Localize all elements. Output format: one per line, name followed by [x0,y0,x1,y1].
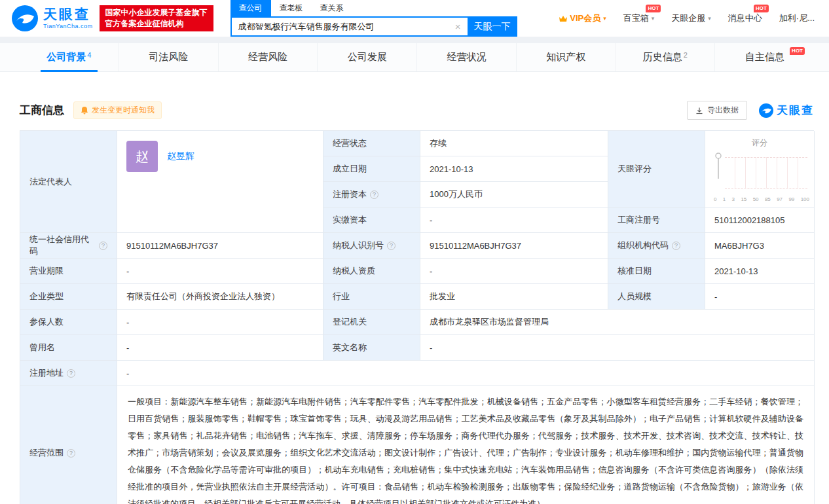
label-text: 注册资本 [333,189,367,200]
tab-label: 自主信息 [745,51,784,63]
tab-intellectual-property[interactable]: 知识产权 [516,43,616,71]
help-icon[interactable]: ? [387,242,396,250]
help-icon[interactable]: ? [67,369,75,378]
value-registered-capital: 1000万人民币 [420,182,608,207]
label-legal-representative: 法定代表人 [20,131,117,233]
tick-label: 1 [723,196,726,202]
value-text: 存续 [430,137,447,149]
tab-label: 经营风险 [248,51,287,63]
label-text: 经营范围 [29,447,64,459]
search-area: 查公司 查老板 查关系 × 天眼一下 [230,0,517,37]
legal-rep-avatar[interactable]: 赵 [126,141,158,172]
value-text: 1000万人民币 [430,189,483,200]
nav-enterprise-service[interactable]: 天眼企服 ▾ [671,12,711,24]
label-text: 核准日期 [617,265,652,277]
label-text: 工商注册号 [617,214,660,226]
bell-icon [81,106,88,115]
value-org-code: MA6BJH7G3 [705,233,815,259]
value-text: 批发业 [430,291,455,302]
value-taxpayer-quality: - [420,259,608,284]
label-text: 营业期限 [29,265,64,277]
search-tab-boss[interactable]: 查老板 [271,0,312,16]
tianyancha-logo-icon [759,103,773,118]
tab-judicial-risk[interactable]: 司法风险 [119,43,218,71]
logo-title: 天眼查 [43,7,93,21]
label-taxpayer-quality: 纳税人资质 [323,259,420,284]
nav-vip[interactable]: VIP会员 ▾ [559,12,606,24]
page-title: 工商信息 [20,103,64,118]
value-business-term: - [117,259,323,284]
value-text: - [430,266,432,276]
value-text: - [126,317,129,327]
value-approval-date: 2021-10-13 [705,259,815,284]
search-input[interactable] [232,22,449,31]
label-text: 成立日期 [333,163,367,175]
tick-label: 97 [777,196,783,202]
tab-company-background[interactable]: 公司背景4 [20,43,119,71]
tab-label: 司法风险 [149,51,188,63]
watermark-text: 天眼查 [777,103,814,118]
label-english-name: 英文名称 [323,335,420,361]
header-divider [0,37,829,43]
label-business-term: 营业期限 [20,259,117,284]
value-text: - [126,266,129,276]
export-data-button[interactable]: 导出数据 [687,101,747,120]
tick-label: 15 [741,196,746,202]
tick-label: 3 [732,196,735,202]
legal-rep-name-link[interactable]: 赵昱辉 [167,151,194,162]
legal-representative-cell: 赵 赵昱辉 [117,131,323,233]
search-tab-company[interactable]: 查公司 [230,0,271,16]
tab-operating-status[interactable]: 经营状况 [416,43,516,71]
label-text: 天眼评分 [617,163,652,175]
watermark-logo: 天眼查 [759,103,814,118]
value-text: 一般项目：新能源汽车整车销售；新能源汽车电附件销售；汽车零配件零售；汽车零配件批… [128,397,803,504]
nav-toolbox[interactable]: 百宝箱 ▾ HOT [623,12,655,24]
help-icon[interactable]: ? [370,190,378,199]
value-english-name: - [420,335,815,361]
tab-self-info[interactable]: 自主信息 HOT [714,43,814,71]
tianyan-score-chart[interactable]: 评分 0 1 3 15 50 85 97 99 100 [705,131,815,207]
tab-history-info[interactable]: 历史信息2 [616,43,715,71]
search-input-wrap: × [230,16,468,37]
value-company-type: 有限责任公司（外商投资企业法人独资） [117,284,323,310]
business-info-table: 法定代表人 赵 赵昱辉 经营状态 存续 成立日期 2021-10-13 注册资本… [20,130,814,504]
label-approval-date: 核准日期 [608,259,705,284]
value-text: - [126,343,129,353]
tianyancha-logo-icon [12,5,38,31]
help-icon[interactable]: ? [67,449,75,458]
site-logo[interactable]: 天眼查 TianYanCha.com [12,5,93,31]
tick-label: 0 [714,196,716,202]
value-text: 91510112MA6BJH7G37 [126,241,218,251]
value-operating-status: 存续 [420,131,608,156]
tab-label: 公司发展 [348,51,387,63]
label-operating-status: 经营状态 [323,131,420,156]
search-tab-relation[interactable]: 查关系 [312,0,352,16]
label-registry-authority: 登记机关 [323,310,420,335]
tab-label: 公司背景 [46,51,86,63]
label-text: 纳税人识别号 [333,240,384,251]
value-staff-size: - [705,284,815,310]
help-icon[interactable]: ? [672,242,680,250]
notify-change-button[interactable]: 发生变更时通知我 [73,101,162,119]
clear-search-icon[interactable]: × [449,21,468,32]
label-registration-number: 工商注册号 [608,207,705,233]
username-label: 加利·尼... [779,12,815,24]
export-label: 导出数据 [707,105,739,116]
value-registration-number: 510112002188105 [705,207,815,233]
search-button[interactable]: 天眼一下 [468,16,517,37]
value-text: 有限责任公司（外商投资企业法人独资） [126,291,280,302]
value-taxpayer-id: 91510112MA6BJH7G37 [420,233,608,259]
search-box: × 天眼一下 [230,16,517,37]
label-business-scope: 经营范围? [20,386,117,504]
label-text: 纳税人资质 [333,265,375,277]
value-text: 91510112MA6BJH7G37 [430,241,521,251]
tab-operating-risk[interactable]: 经营风险 [218,43,318,71]
tick-label: 100 [801,196,809,202]
tab-company-development[interactable]: 公司发展 [317,43,416,71]
value-paid-capital: - [420,207,608,233]
nav-username[interactable]: 加利·尼... [779,12,815,24]
nav-message-center[interactable]: 消息中心 HOT [728,12,762,24]
help-icon[interactable]: ? [99,242,107,250]
legal-rep-row: 赵 赵昱辉 [126,141,194,172]
score-pin-icon [715,153,722,180]
